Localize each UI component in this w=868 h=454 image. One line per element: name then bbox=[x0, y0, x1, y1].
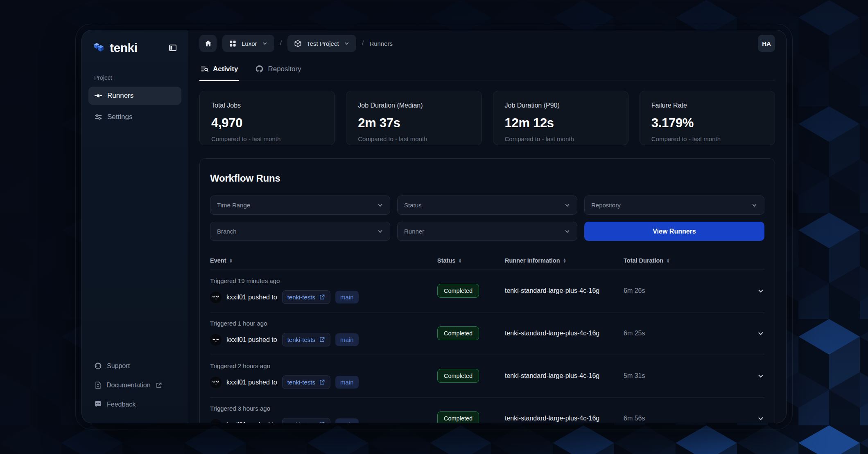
stat-card-duration-p90: Job Duration (P90) 12m 12s Compared to -… bbox=[493, 91, 628, 145]
sort-icon: ▲▼ bbox=[563, 258, 567, 263]
user-avatar-image bbox=[210, 292, 222, 303]
filter-row-1: Time Range Status Repository bbox=[210, 196, 764, 215]
stat-value: 12m 12s bbox=[505, 116, 617, 130]
row-expand-chevron-icon[interactable] bbox=[748, 287, 764, 294]
brand-logo[interactable]: tenki bbox=[93, 41, 138, 55]
breadcrumb-current-page: Runners bbox=[369, 40, 393, 47]
username: kxxil01 bbox=[226, 421, 246, 423]
username: kxxil01 bbox=[226, 379, 246, 386]
breadcrumb-separator: / bbox=[362, 39, 364, 47]
feedback-bubble-icon bbox=[94, 400, 102, 408]
column-header-total-duration[interactable]: Total Duration ▲▼ bbox=[624, 257, 748, 264]
total-duration: 5m 31s bbox=[624, 372, 748, 380]
username: kxxil01 bbox=[226, 294, 246, 301]
tab-bar: Activity Repository bbox=[199, 58, 775, 81]
branch-select[interactable]: Branch bbox=[210, 222, 390, 241]
stat-note: Compared to - last month bbox=[651, 135, 763, 142]
table-row[interactable]: Triggered 3 hours ago kxxil01 pushed to … bbox=[210, 398, 764, 423]
repo-link[interactable]: tenki-tests bbox=[282, 290, 330, 304]
column-header-event[interactable]: Event ▲▼ bbox=[210, 257, 437, 264]
runner-select[interactable]: Runner bbox=[397, 222, 577, 241]
stat-note: Compared to - last month bbox=[358, 135, 470, 142]
sidebar: tenki Project bbox=[82, 30, 188, 423]
total-duration: 6m 56s bbox=[624, 415, 748, 422]
org-switcher[interactable]: Luxor bbox=[222, 35, 274, 52]
project-switcher[interactable]: Test Project bbox=[287, 35, 356, 52]
chevron-down-icon bbox=[751, 202, 757, 208]
table-row[interactable]: Triggered 1 hour ago kxxil01 pushed to t… bbox=[210, 312, 764, 355]
stat-value: 4,970 bbox=[211, 116, 323, 130]
chevron-down-icon bbox=[564, 202, 570, 208]
event-action: pushed to bbox=[248, 421, 277, 423]
table-header: Event ▲▼ Status ▲▼ Runner Information ▲▼… bbox=[210, 252, 764, 270]
stat-label: Job Duration (P90) bbox=[505, 102, 617, 109]
runner-information: tenki-standard-large-plus-4c-16g bbox=[505, 330, 624, 337]
tab-activity[interactable]: Activity bbox=[199, 58, 239, 81]
column-header-status[interactable]: Status ▲▼ bbox=[437, 257, 505, 264]
user-avatar[interactable]: HA bbox=[758, 35, 775, 52]
tenki-cube-logo-icon bbox=[93, 41, 106, 54]
commit-icon bbox=[94, 92, 102, 100]
sidebar-item-runners[interactable]: Runners bbox=[88, 87, 181, 105]
view-runners-button[interactable]: View Runners bbox=[584, 222, 764, 241]
tab-repository[interactable]: Repository bbox=[254, 58, 302, 81]
brand-name: tenki bbox=[110, 41, 138, 55]
screen: tenki Project bbox=[0, 0, 868, 454]
breadcrumb-separator: / bbox=[280, 39, 282, 47]
row-expand-chevron-icon[interactable] bbox=[748, 372, 764, 380]
main-content: Luxor / Test Project bbox=[188, 30, 786, 423]
document-icon bbox=[94, 381, 102, 389]
trigger-time: Triggered 19 minutes ago bbox=[210, 277, 437, 284]
sidebar-item-settings[interactable]: Settings bbox=[88, 108, 181, 126]
branch-badge[interactable]: main bbox=[335, 376, 359, 389]
branch-badge[interactable]: main bbox=[335, 418, 359, 423]
event-action: pushed to bbox=[248, 294, 277, 301]
runner-information: tenki-standard-large-plus-4c-16g bbox=[505, 287, 624, 294]
home-icon bbox=[204, 40, 212, 47]
sidebar-footer-label: Support bbox=[107, 362, 130, 370]
stat-card-duration-median: Job Duration (Median) 2m 37s Compared to… bbox=[346, 91, 481, 145]
row-expand-chevron-icon[interactable] bbox=[748, 415, 764, 422]
breadcrumb: Luxor / Test Project bbox=[188, 30, 786, 56]
chevron-down-icon bbox=[344, 40, 350, 46]
status-badge: Completed bbox=[437, 411, 479, 423]
column-header-runner-information[interactable]: Runner Information ▲▼ bbox=[505, 257, 624, 264]
stat-card-failure-rate: Failure Rate 3.179% Compared to - last m… bbox=[640, 91, 775, 145]
row-expand-chevron-icon[interactable] bbox=[748, 330, 764, 337]
stat-label: Job Duration (Median) bbox=[358, 102, 470, 109]
repository-select[interactable]: Repository bbox=[584, 196, 764, 215]
sidebar-item-documentation[interactable]: Documentation bbox=[88, 377, 181, 393]
list-search-icon bbox=[200, 65, 209, 73]
stat-note: Compared to - last month bbox=[211, 135, 323, 142]
home-button[interactable] bbox=[199, 35, 217, 52]
github-icon bbox=[255, 65, 264, 73]
cube-icon bbox=[294, 40, 302, 47]
status-select[interactable]: Status bbox=[397, 196, 577, 215]
branch-badge[interactable]: main bbox=[335, 333, 359, 346]
runner-information: tenki-standard-large-plus-4c-16g bbox=[505, 372, 624, 380]
table-row[interactable]: Triggered 19 minutes ago kxxil01 pushed … bbox=[210, 270, 764, 312]
status-badge: Completed bbox=[437, 326, 479, 340]
repo-link[interactable]: tenki-tests bbox=[282, 418, 330, 423]
sort-icon: ▲▼ bbox=[229, 258, 233, 263]
external-link-icon bbox=[319, 337, 325, 343]
stat-card-total-jobs: Total Jobs 4,970 Compared to - last mont… bbox=[199, 91, 335, 145]
trigger-time: Triggered 2 hours ago bbox=[210, 362, 437, 369]
time-range-select[interactable]: Time Range bbox=[210, 196, 390, 215]
chevron-down-icon bbox=[377, 202, 383, 208]
grid-icon bbox=[229, 40, 237, 47]
repo-link[interactable]: tenki-tests bbox=[282, 375, 330, 389]
org-name: Luxor bbox=[242, 40, 257, 47]
sidebar-item-feedback[interactable]: Feedback bbox=[88, 396, 181, 412]
sidebar-footer-label: Feedback bbox=[107, 401, 136, 408]
repo-link[interactable]: tenki-tests bbox=[282, 333, 330, 346]
event-action: pushed to bbox=[248, 379, 277, 386]
branch-badge[interactable]: main bbox=[335, 291, 359, 303]
total-duration: 6m 26s bbox=[624, 287, 748, 294]
sort-icon: ▲▼ bbox=[458, 258, 462, 263]
sidebar-collapse-icon[interactable] bbox=[167, 42, 179, 54]
chevron-down-icon bbox=[262, 40, 268, 46]
username: kxxil01 bbox=[226, 336, 246, 343]
sidebar-item-support[interactable]: Support bbox=[88, 358, 181, 374]
table-row[interactable]: Triggered 2 hours ago kxxil01 pushed to … bbox=[210, 355, 764, 398]
